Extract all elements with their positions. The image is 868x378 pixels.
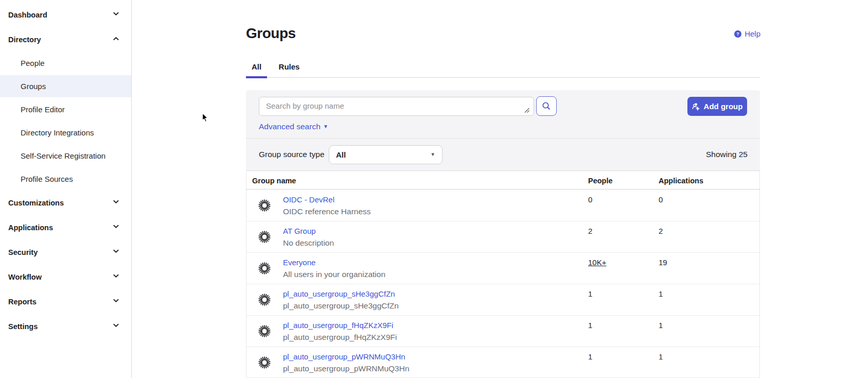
svg-text:?: ? — [736, 31, 739, 37]
